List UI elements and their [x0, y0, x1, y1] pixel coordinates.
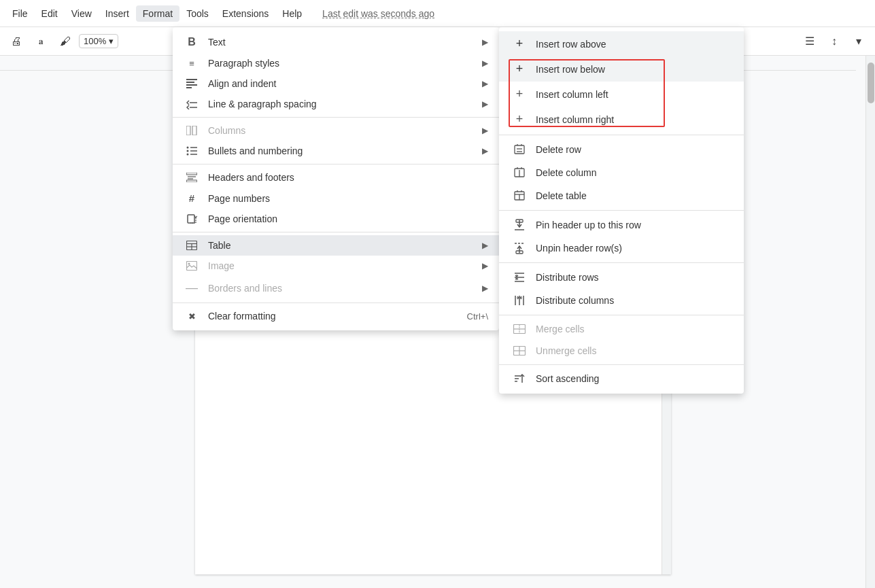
- format-borders-item[interactable]: — Borders and lines ▶: [173, 276, 499, 300]
- line-spacing-button[interactable]: ↕: [823, 31, 845, 52]
- submenu-divider-4: [499, 315, 744, 315]
- bold-icon: B: [184, 36, 200, 48]
- delete-table-icon: [510, 190, 529, 202]
- paragraph-arrow-icon: ▶: [482, 58, 488, 68]
- insert-row-below-icon: +: [510, 62, 529, 76]
- format-bullets-item[interactable]: Bullets and numbering ▶: [173, 141, 499, 161]
- menu-format[interactable]: Format: [136, 5, 179, 22]
- insert-row-above-item[interactable]: + Insert row above: [499, 31, 744, 56]
- insert-row-above-label: Insert row above: [536, 39, 606, 50]
- svg-point-8: [187, 147, 189, 149]
- svg-point-9: [187, 150, 189, 152]
- format-align-label: Align and indent: [208, 78, 482, 89]
- paragraph-styles-icon: ≡: [184, 58, 200, 69]
- format-clear-item[interactable]: ✖ Clear formatting Ctrl+\: [173, 306, 499, 326]
- table-arrow-icon: ▶: [482, 241, 488, 250]
- delete-table-label: Delete table: [536, 190, 587, 201]
- scroll-thumb[interactable]: [868, 63, 874, 103]
- format-paragraph-label: Paragraph styles: [208, 58, 482, 69]
- delete-table-item[interactable]: Delete table: [499, 184, 744, 207]
- pin-header-label: Pin header up to this row: [536, 220, 641, 230]
- borders-arrow-icon: ▶: [482, 283, 488, 293]
- spacing-icon: [184, 99, 200, 109]
- menu-help[interactable]: Help: [275, 5, 309, 22]
- distribute-columns-item[interactable]: Distribute columns: [499, 289, 744, 312]
- format-columns-label: Columns: [208, 125, 482, 136]
- format-paint-button[interactable]: 🖌: [54, 31, 76, 52]
- unpin-header-item[interactable]: Unpin header row(s): [499, 237, 744, 260]
- svg-rect-1: [186, 82, 194, 83]
- table-icon: [184, 241, 200, 250]
- insert-row-below-item[interactable]: + Insert row below: [499, 56, 744, 82]
- spacing-arrow-icon: ▶: [482, 99, 488, 109]
- format-columns-item[interactable]: Columns ▶: [173, 120, 499, 141]
- bullets-arrow-icon: ▶: [482, 146, 488, 156]
- insert-col-left-item[interactable]: + Insert column left: [499, 82, 744, 107]
- clear-formatting-shortcut: Ctrl+\: [467, 311, 488, 322]
- paint-format-button[interactable]: 𝐚: [30, 31, 52, 52]
- insert-col-right-label: Insert column right: [536, 114, 614, 125]
- sort-ascending-item[interactable]: Sort ascending: [499, 368, 744, 390]
- last-edit-status: Last edit was seconds ago: [322, 8, 434, 19]
- table-submenu: + Insert row above + Insert row below + …: [499, 27, 744, 394]
- format-image-item[interactable]: Image ▶: [173, 256, 499, 276]
- insert-row-above-icon: +: [510, 37, 529, 51]
- menu-extensions[interactable]: Extensions: [216, 5, 275, 22]
- svg-rect-6: [186, 126, 190, 135]
- align-button[interactable]: ☰: [799, 31, 821, 52]
- svg-rect-18: [188, 215, 194, 223]
- sort-ascending-label: Sort ascending: [536, 373, 599, 384]
- insert-col-right-item[interactable]: + Insert column right: [499, 107, 744, 132]
- format-text-label: Text: [208, 37, 482, 48]
- delete-column-label: Delete column: [536, 167, 597, 178]
- merge-cells-item[interactable]: Merge cells: [499, 318, 744, 340]
- format-align-item[interactable]: Align and indent ▶: [173, 73, 499, 94]
- format-table-item[interactable]: Table ▶: [173, 235, 499, 256]
- format-text-item[interactable]: B Text ▶: [173, 31, 499, 53]
- unmerge-cells-item[interactable]: Unmerge cells: [499, 340, 744, 362]
- menu-insert[interactable]: Insert: [99, 5, 136, 22]
- menu-file[interactable]: File: [5, 5, 35, 22]
- divider-3: [173, 232, 499, 232]
- format-dropdown: B Text ▶ ≡ Paragraph styles ▶ Align and …: [173, 27, 499, 330]
- svg-rect-23: [187, 262, 197, 271]
- zoom-select[interactable]: 100% ▾: [79, 34, 118, 48]
- menu-edit[interactable]: Edit: [35, 5, 65, 22]
- insert-col-right-icon: +: [510, 112, 529, 126]
- text-arrow-icon: ▶: [482, 37, 488, 47]
- align-icon: [184, 79, 200, 88]
- pin-header-item[interactable]: Pin header up to this row: [499, 213, 744, 237]
- sort-ascending-icon: [510, 373, 529, 384]
- svg-rect-3: [186, 87, 192, 88]
- format-spacing-item[interactable]: Line & paragraph spacing ▶: [173, 94, 499, 114]
- zoom-value: 100%: [84, 36, 106, 46]
- zoom-arrow-icon: ▾: [109, 36, 114, 46]
- bullets-icon: [184, 146, 200, 156]
- more-button[interactable]: ▾: [848, 31, 870, 52]
- pagenums-icon: #: [184, 192, 200, 204]
- menu-view[interactable]: View: [65, 5, 99, 22]
- delete-column-item[interactable]: Delete column: [499, 161, 744, 184]
- submenu-divider-3: [499, 262, 744, 263]
- unmerge-cells-label: Unmerge cells: [536, 345, 596, 356]
- format-headers-item[interactable]: Headers and footers: [173, 167, 499, 188]
- merge-cells-label: Merge cells: [536, 324, 585, 334]
- submenu-divider-2: [499, 210, 744, 211]
- image-icon: [184, 261, 200, 271]
- delete-row-item[interactable]: Delete row: [499, 138, 744, 161]
- clear-formatting-icon: ✖: [184, 311, 200, 322]
- insert-row-below-label: Insert row below: [536, 64, 605, 75]
- right-scrollbar[interactable]: [865, 56, 875, 588]
- menu-tools[interactable]: Tools: [179, 5, 216, 22]
- delete-column-icon: [510, 167, 529, 179]
- format-image-label: Image: [208, 260, 482, 271]
- format-pagenums-label: Page numbers: [208, 193, 488, 204]
- print-button[interactable]: 🖨: [5, 31, 27, 52]
- format-paragraph-item[interactable]: ≡ Paragraph styles ▶: [173, 53, 499, 73]
- format-pagenums-item[interactable]: # Page numbers: [173, 188, 499, 209]
- format-table-label: Table: [208, 240, 482, 251]
- distribute-columns-icon: [510, 294, 529, 307]
- distribute-rows-item[interactable]: Distribute rows: [499, 266, 744, 289]
- delete-row-icon: [510, 143, 529, 156]
- format-orientation-item[interactable]: Page orientation: [173, 209, 499, 229]
